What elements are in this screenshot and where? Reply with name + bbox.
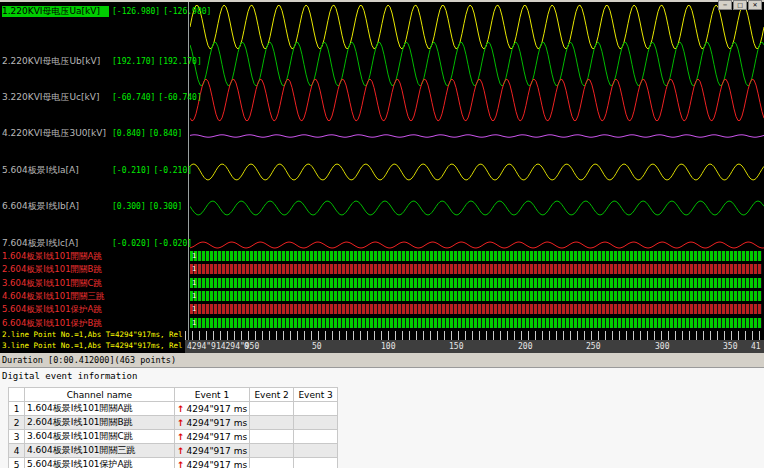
time-tick-label: 300 xyxy=(655,342,669,351)
event-time-2 xyxy=(250,430,294,444)
event-table: Channel name Event 1 Event 2 Event 3 1 1… xyxy=(8,387,338,468)
event-time-2 xyxy=(250,458,294,468)
event-row[interactable]: 1 1.604板景Ⅰ线101開關A跳 ↑4294"917 ms xyxy=(9,402,338,416)
analog-channel-label[interactable]: 7.604板景Ⅰ线Ic[A] xyxy=(2,238,109,249)
digital-state-bar: 1 xyxy=(190,304,762,314)
duration-readout: Duration [0:00.412000](463 points) xyxy=(2,355,176,365)
cursor-status-line-3: 3.line Point No.=1,Abs T=4294"917ms, Rel… xyxy=(2,341,186,350)
analog-channel-label[interactable]: 6.604板景Ⅰ线Ib[A] xyxy=(2,201,109,212)
waveform-trace xyxy=(190,42,764,86)
event-time: 4294"917 ms xyxy=(187,404,248,414)
time-tick-label: 150 xyxy=(449,342,463,351)
analog-channel-row[interactable]: 3.220KVⅠ母电压Uc[kV][-60.740][-60.740] xyxy=(2,92,212,103)
rising-edge-icon: ↑ xyxy=(177,446,185,456)
digital-channel-label[interactable]: 1.604板景Ⅰ线101開關A跳 xyxy=(2,251,188,262)
time-tick-label: 200 xyxy=(518,342,532,351)
event-row-number: 4 xyxy=(9,444,25,458)
rising-edge-icon: ↑ xyxy=(177,418,185,428)
waveform-trace xyxy=(190,201,764,215)
col-event-1: Event 1 xyxy=(175,388,250,402)
analog-channel-row[interactable]: 7.604板景Ⅰ线Ic[A][-0.020][-0.020] xyxy=(2,238,212,249)
event-row-number: 3 xyxy=(9,430,25,444)
digital-state-bar: 1 xyxy=(190,291,762,301)
event-time-3 xyxy=(294,402,338,416)
event-time: 4294"917 ms xyxy=(187,432,248,442)
analog-channel-label[interactable]: 5.604板景Ⅰ线Ia[A] xyxy=(2,165,109,176)
analog-channel-value-1: [-126.980] xyxy=(112,6,160,17)
analog-channel-row[interactable]: 1.220KVⅠ母电压Ua[kV][-126.980][-126.980] xyxy=(2,6,212,17)
digital-state-bar: 1 xyxy=(190,251,762,261)
rising-edge-icon: ↑ xyxy=(177,460,185,468)
digital-channel-label[interactable]: 5.604板景Ⅰ线101保护A跳 xyxy=(2,304,188,315)
event-time-3 xyxy=(294,430,338,444)
event-row[interactable]: 2 2.604板景Ⅰ线101開關B跳 ↑4294"917 ms xyxy=(9,416,338,430)
analog-waveform-plot[interactable] xyxy=(190,2,764,252)
time-ruler-ticks xyxy=(185,331,764,340)
analog-channel-label[interactable]: 4.220KVⅠ母电压3U0[kV] xyxy=(2,128,109,139)
analog-channel-value-1: [-0.020] xyxy=(112,238,151,249)
digital-channel-label[interactable]: 4.604板景Ⅰ线101開關三跳 xyxy=(2,291,188,302)
event-row[interactable]: 4 4.604板景Ⅰ线101開關三跳 ↑4294"917 ms xyxy=(9,444,338,458)
digital-state-value: 1 xyxy=(192,304,196,314)
rising-edge-icon: ↑ xyxy=(177,432,185,442)
digital-event-panel: Digital event information Channel name E… xyxy=(0,367,764,468)
event-time: 4294"917 ms xyxy=(187,446,248,456)
analog-channel-row[interactable]: 5.604板景Ⅰ线Ia[A][-0.210][-0.210] xyxy=(2,165,212,176)
analog-channel-value-2: [-60.740] xyxy=(158,92,201,103)
event-row[interactable]: 5 5.604板景Ⅰ线101保护A跳 ↑4294"917 ms xyxy=(9,458,338,468)
event-time-3 xyxy=(294,444,338,458)
time-tick-label: 50 xyxy=(312,342,322,351)
event-time-3 xyxy=(294,458,338,468)
window-controls: ─ □ ✕ xyxy=(718,0,762,10)
event-time-2 xyxy=(250,416,294,430)
col-event-3: Event 3 xyxy=(294,388,338,402)
analog-channel-value-1: [0.840] xyxy=(112,128,146,139)
time-tick-label: 0 xyxy=(244,342,249,351)
time-tick-label: 350 xyxy=(723,342,737,351)
digital-state-bar: 1 xyxy=(190,278,762,288)
event-channel-name: 4.604板景Ⅰ线101開關三跳 xyxy=(25,444,175,458)
digital-state-bar: 1 xyxy=(190,318,762,328)
analog-channel-label[interactable]: 3.220KVⅠ母电压Uc[kV] xyxy=(2,92,109,103)
event-row[interactable]: 3 3.604板景Ⅰ线101開關C跳 ↑4294"917 ms xyxy=(9,430,338,444)
analog-channel-value-1: [-0.210] xyxy=(112,165,151,176)
event-channel-name: 2.604板景Ⅰ线101開關B跳 xyxy=(25,416,175,430)
analog-channel-value-2: [-126.980] xyxy=(163,6,211,17)
waveform-trace xyxy=(190,164,764,180)
analog-channel-label[interactable]: 2.220KVⅠ母电压Ub[kV] xyxy=(2,56,109,67)
analog-channel-value-1: [-60.740] xyxy=(112,92,155,103)
digital-state-value: 1 xyxy=(192,264,196,274)
analog-channel-value-2: [0.300] xyxy=(149,201,183,212)
cursor-status-line-2: 2.line Point No.=1,Abs T=4294"917ms, Rel… xyxy=(2,330,186,339)
close-button[interactable]: ✕ xyxy=(748,0,762,10)
digital-channel-label[interactable]: 2.604板景Ⅰ线101開關B跳 xyxy=(2,264,188,275)
section-title: Digital event information xyxy=(2,371,137,381)
event-row-number: 1 xyxy=(9,402,25,416)
waveform-trace xyxy=(190,135,764,137)
time-tick-label: 41 xyxy=(751,342,761,351)
event-time: 4294"917 ms xyxy=(187,460,248,468)
waveform-trace xyxy=(190,242,764,248)
event-row-number: 5 xyxy=(9,458,25,468)
analog-channel-row[interactable]: 6.604板景Ⅰ线Ib[A][0.300][0.300] xyxy=(2,201,212,212)
analog-channel-value-2: [192.170] xyxy=(158,56,201,67)
digital-state-value: 1 xyxy=(192,251,196,261)
digital-state-value: 1 xyxy=(192,318,196,328)
analog-channel-row[interactable]: 4.220KVⅠ母电压3U0[kV][0.840][0.840] xyxy=(2,128,212,139)
analog-channel-value-2: [-0.210] xyxy=(154,165,193,176)
digital-channel-label[interactable]: 3.604板景Ⅰ线101開關C跳 xyxy=(2,278,188,289)
col-channel-name: Channel name xyxy=(25,388,175,402)
event-channel-name: 5.604板景Ⅰ线101保护A跳 xyxy=(25,458,175,468)
analog-channel-value-1: [192.170] xyxy=(112,56,155,67)
waveform-panel: 1.220KVⅠ母电压Ua[kV][-126.980][-126.980] 2.… xyxy=(0,2,764,353)
col-event-2: Event 2 xyxy=(250,388,294,402)
analog-channel-value-2: [0.840] xyxy=(149,128,183,139)
digital-state-value: 1 xyxy=(192,291,196,301)
analog-channel-label[interactable]: 1.220KVⅠ母电压Ua[kV] xyxy=(2,6,109,17)
analog-channel-value-2: [-0.020] xyxy=(154,238,193,249)
maximize-button[interactable]: □ xyxy=(733,0,747,10)
digital-channel-label[interactable]: 6.604板景Ⅰ线101保护B跳 xyxy=(2,318,188,329)
analog-channel-row[interactable]: 2.220KVⅠ母电压Ub[kV][192.170][192.170] xyxy=(2,56,212,67)
event-time-2 xyxy=(250,444,294,458)
minimize-button[interactable]: ─ xyxy=(718,0,732,10)
